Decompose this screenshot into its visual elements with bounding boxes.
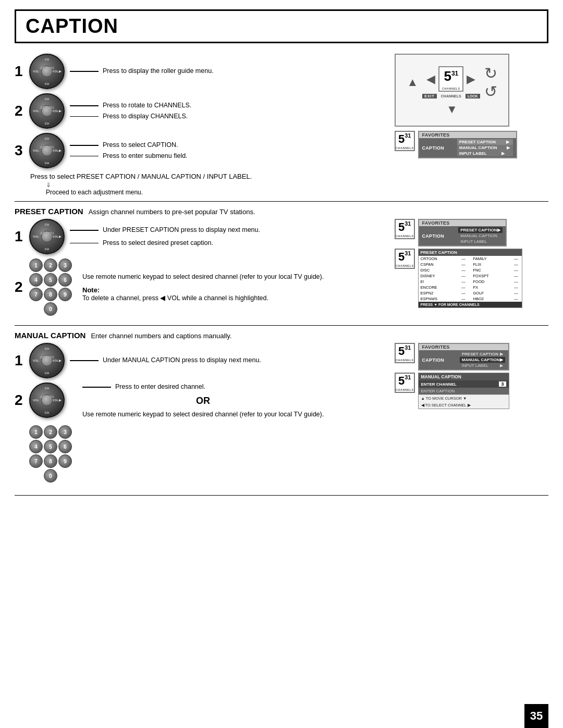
preset-channel-display: 531 CHANNELS xyxy=(395,219,415,239)
menu-caption-row: CAPTION PRESET CAPTION▶ MANUAL CAPTION▶ … xyxy=(419,138,516,157)
preset-detail-screen: PRESET CAPTION CRTOON—FAMILY— CSPAN—FLIX… xyxy=(418,249,522,308)
manual-step2: 2 CH CH VOL VOL▶ ACTION xyxy=(15,382,388,483)
move-cursor-label: ▲ TO MOVE CURSOR ▼ xyxy=(419,394,509,402)
menu-favorites-row: FAVORITES xyxy=(419,132,516,138)
manual-caption-desc: Enter channel numbers and captions manua… xyxy=(91,332,231,340)
section-divider-3 xyxy=(15,495,548,496)
left-arrow-illus: ◀ xyxy=(426,72,435,86)
preset-step1b-instr: Press to select desired preset caption. xyxy=(103,239,213,248)
enter-channel-label: ENTER CHANNEL xyxy=(421,382,457,387)
manual-caption-section: MANUAL CAPTION Enter channel numbers and… xyxy=(15,331,548,487)
preset-keypad: 1 2 3 4 5 6 7 8 9 0 xyxy=(29,258,72,316)
preset-step1-instr: Under PRESET CAPTION press to display ne… xyxy=(103,226,260,235)
title-bar: CAPTION xyxy=(15,9,548,43)
channels-label-illus: CHANNELS xyxy=(440,94,462,98)
page-title: CAPTION xyxy=(26,15,537,38)
preset-caption-section: PRESET CAPTION Assign channel numbers to… xyxy=(15,207,548,320)
manual-dial-1: CH CH VOL VOL▶ ACTION xyxy=(29,343,65,378)
ccw-arrow: ↺ xyxy=(484,82,497,101)
manual-right-screens: 531 CHANNELS FAVORITES CAPTION PRESET CA… xyxy=(395,343,548,487)
channel-display-illus: 531 CHANNELS xyxy=(438,66,463,92)
section-divider-1 xyxy=(15,201,548,202)
intro-menu-screen: FAVORITES CAPTION PRESET CAPTION▶ MANUAL… xyxy=(418,131,517,158)
manual-menu-top: FAVORITES CAPTION PRESET CAPTION▶ MANUA xyxy=(418,343,509,371)
intro-step3: 3 CH CH VOL VOL▶ ACTION P xyxy=(15,133,388,168)
dial-step2: CH CH VOL VOL▶ ACTION xyxy=(29,93,65,129)
enter-caption-label: ENTER CAPTION xyxy=(419,388,509,394)
dial-step1: CH CH VOL VOL▶ ACTION xyxy=(29,54,65,89)
enter-channel-screen: MANUAL CAPTION ENTER CHANNEL 3 ENTER CAP… xyxy=(418,373,509,409)
manual-dial-2: CH CH VOL VOL▶ ACTION xyxy=(29,382,65,418)
preset-channel-display2: 531 CHANNELS xyxy=(395,249,415,269)
page-number: 35 xyxy=(524,704,548,728)
manual-step1: 1 CH CH VOL VOL▶ ACTION xyxy=(15,343,388,378)
manual-step2b-instr: Use remote numeric keypad to select desi… xyxy=(82,410,324,419)
up-arrow-illus: ▲ xyxy=(407,76,418,89)
preset-screens: 531 CHANNELS FAVORITES CAPTION PRESET CA… xyxy=(395,219,548,308)
manual-channel-display1: 531 CHANNELS xyxy=(395,343,415,363)
preset-footer: PRESS ▼ FOR MORE CHANNELS xyxy=(419,302,522,307)
intro-step1: 1 CH CH VOL VOL▶ ACTION P xyxy=(15,54,388,89)
right-arrow-illus: ▶ xyxy=(467,72,475,86)
preset-caption-title: PRESET CAPTION xyxy=(15,207,83,216)
exit-label: EXIT xyxy=(422,94,437,98)
channel-value: 3 xyxy=(499,381,506,387)
section-divider-2 xyxy=(15,325,548,326)
step2-instruction1: Press to rotate to CHANNELS. xyxy=(103,101,191,110)
step2-number: 2 xyxy=(15,104,26,118)
main-content: 1 CH CH VOL VOL▶ ACTION P xyxy=(0,43,563,496)
step3-number: 3 xyxy=(15,143,26,158)
step1-instruction: Press to display the roller guide menu. xyxy=(103,67,214,76)
proceed-text: Proceed to each adjustment menu. xyxy=(46,189,388,196)
preset-step2-instr: Use remote numeric keypad to select desi… xyxy=(82,273,324,282)
preset-step2: 2 1 2 3 4 5 6 7 8 9 xyxy=(15,258,388,316)
preset-dial-1: CH CH VOL VOL▶ ACTION xyxy=(29,219,65,254)
step3-instruction2: Press to enter submenu field. xyxy=(103,152,188,161)
intro-steps-col: 1 CH CH VOL VOL▶ ACTION P xyxy=(15,54,388,196)
page: CAPTION 1 CH CH VOL VOL▶ ACTION xyxy=(0,9,563,728)
top-illustration: ▲ ◀ 531 CHANNELS xyxy=(395,54,509,127)
intro-step2: 2 CH CH VOL VOL▶ ACTION P xyxy=(15,93,388,129)
manual-caption-title: MANUAL CAPTION xyxy=(15,331,85,340)
select-channel-label: ◀ TO SELECT CHANNEL ▶ xyxy=(419,402,509,409)
footer-instruction: Press to select PRESET CAPTION / MANUAL … xyxy=(30,172,388,180)
manual-keypad: 1 2 3 4 5 6 7 8 9 0 xyxy=(29,425,72,483)
intro-right: ▲ ◀ 531 CHANNELS xyxy=(395,54,548,196)
manual-channel-display2: 531 CHANNELS xyxy=(395,373,415,393)
down-arrow-indicator: ⇓ xyxy=(46,181,388,189)
rotation-arrows: ↻ ↺ xyxy=(484,64,497,101)
dial-step3: CH CH VOL VOL▶ ACTION xyxy=(29,133,65,168)
manual-step2-instr: Press to enter desired channel. xyxy=(115,382,205,392)
preset-note-text: To delete a channel, press ◀ VOL while a… xyxy=(82,294,268,302)
step1-number: 1 xyxy=(15,64,26,79)
channel-number-display: 531 CHANNELS xyxy=(395,131,415,151)
down-arrow-illus: ▼ xyxy=(446,103,458,116)
preset-step1: 1 CH CH VOL VOL▶ ACTION xyxy=(15,219,388,254)
step3-instruction1: Press to select CAPTION. xyxy=(103,141,178,150)
or-text: OR xyxy=(82,396,324,406)
cw-arrow: ↻ xyxy=(484,64,497,82)
lock-label: LOCK xyxy=(466,94,480,98)
step2-instruction2: Press to display CHANNELS. xyxy=(103,112,188,121)
preset-caption-desc: Assign channel numbers to pre-set popula… xyxy=(89,208,255,216)
preset-menu-top: FAVORITES CAPTION PRESET CAPTION▶ MANUAL… xyxy=(418,219,507,246)
intro-section: 1 CH CH VOL VOL▶ ACTION P xyxy=(15,54,548,196)
manual-step1-instr: Under MANUAL CAPTION press to display ne… xyxy=(103,356,261,365)
